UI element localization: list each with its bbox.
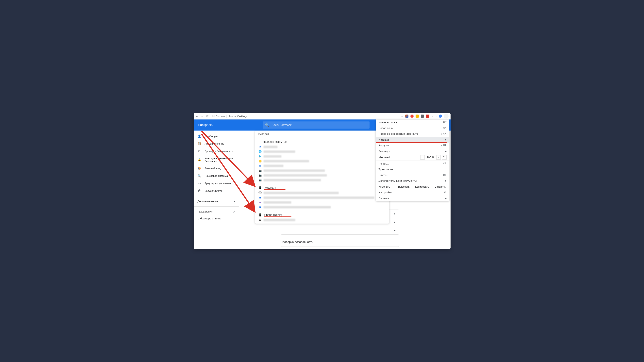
menu-history[interactable]: История▶ <box>376 137 449 143</box>
sidebar-item-search-engine[interactable]: 🔍Поисковая система <box>194 172 239 180</box>
globe-icon: 🌐 <box>258 150 262 153</box>
history-item[interactable]: 🐦 <box>255 154 389 159</box>
history-item[interactable]: ◈ <box>255 200 389 205</box>
external-link-icon: ⬀ <box>233 210 235 213</box>
sidebar-item-advanced[interactable]: Дополнительные▾ <box>194 198 239 205</box>
extension-2-icon[interactable] <box>410 114 414 118</box>
menu-zoom: Масштаб − 100 % + ⛶ <box>376 154 449 161</box>
chevron-right-icon: ▶ <box>394 213 396 215</box>
settings-search[interactable]: 🔍 <box>263 121 370 129</box>
menu-find[interactable]: Найти...⌘F <box>376 172 449 178</box>
zoom-out-button[interactable]: − <box>420 155 425 160</box>
sidebar-item-privacy[interactable]: 🔒Конфиденциальность и безопасность <box>194 155 239 165</box>
device-2-header: 📱iPhone (Denis) <box>255 212 389 218</box>
history-submenu: История ⌘Y ▢Недавно закрытые ⚗⇧⌘T 🌐 🐦 🟡 … <box>255 131 389 224</box>
history-item[interactable]: 🟡 <box>255 159 389 164</box>
history-item[interactable]: ⚗⇧⌘T <box>255 145 389 149</box>
search-input[interactable] <box>272 123 367 127</box>
menu-settings[interactable]: Настройки⌘, <box>376 190 449 195</box>
gear-icon: ⚙ <box>258 164 262 167</box>
menu-bookmarks[interactable]: Закладки▶ <box>376 148 449 154</box>
extension-3-icon[interactable] <box>416 114 419 118</box>
profile-avatar[interactable] <box>439 114 442 118</box>
chrome-main-menu: Новая вкладка⌘T Новое окно⌘N Новое окно … <box>376 119 449 201</box>
person-icon: 👤 <box>198 134 201 138</box>
search-engine-icon: 🔍 <box>198 174 201 178</box>
history-item[interactable]: 📷 <box>255 178 389 182</box>
recently-closed-header: ▢Недавно закрытые <box>255 139 389 145</box>
flask-icon: ⚗ <box>258 145 262 148</box>
search-icon: 🔍 <box>265 123 269 127</box>
sidebar-item-about[interactable]: О браузере Chrome <box>194 215 239 222</box>
menu-print[interactable]: Печать...⌘P <box>376 161 449 166</box>
history-item[interactable]: 📷 <box>255 168 389 173</box>
settings-card-row[interactable]: ▶ <box>281 226 399 234</box>
sidebar-item-autofill[interactable]: 📋Автозаполнение <box>194 140 239 148</box>
zoom-in-button[interactable]: + <box>436 155 441 160</box>
sidebar-item-default-browser[interactable]: ▭Браузер по умолчанию <box>194 180 239 187</box>
menu-new-window[interactable]: Новое окно⌘N <box>376 125 449 131</box>
phone-icon: 📱 <box>258 213 262 216</box>
browser-toolbar: ← → ⟳ ⓘ Chrome | chrome://settings ☆ ✦ ♪… <box>194 113 450 119</box>
media-icon[interactable]: ♪ <box>435 114 437 118</box>
menu-more-tools[interactable]: Дополнительные инструменты▶ <box>376 178 449 184</box>
history-item[interactable]: ▣ <box>255 195 389 200</box>
power-icon: ⏻ <box>198 189 201 193</box>
chevron-down-icon: ▾ <box>234 200 235 203</box>
history-item[interactable]: 🌐 <box>255 149 389 154</box>
chevron-right-icon: ▶ <box>445 138 446 141</box>
menu-cast[interactable]: Трансляция... <box>376 166 449 172</box>
history-item[interactable]: G <box>255 218 389 222</box>
menu-help[interactable]: Справка▶ <box>376 195 449 201</box>
history-submenu-header[interactable]: История ⌘Y <box>255 131 389 138</box>
assignment-icon: 📋 <box>198 142 201 146</box>
security-card: 🛡 Chrome поможет обеспечить защиту от ут… <box>280 246 399 249</box>
address-bar[interactable]: ⓘ Chrome | chrome://settings <box>212 114 248 118</box>
extension-1-icon[interactable] <box>405 114 408 118</box>
extensions-puzzle-icon[interactable]: ✦ <box>431 114 433 118</box>
chrome-icon: 🟡 <box>258 160 262 163</box>
history-item[interactable]: 💬 <box>255 191 389 195</box>
menu-edit-row: Изменить Вырезать Копировать Вставить <box>376 184 449 190</box>
browser-icon: ▭ <box>198 182 201 185</box>
menu-downloads[interactable]: Загрузки⌥⌘L <box>376 143 449 148</box>
star-icon[interactable]: ☆ <box>401 114 403 118</box>
history-item[interactable]: ▣ <box>255 205 389 210</box>
google-icon: G <box>258 218 262 222</box>
sidebar-item-extensions[interactable]: Расширения⬀ <box>194 208 239 215</box>
history-item[interactable]: 📷 <box>255 173 389 178</box>
extension-5-icon[interactable] <box>426 114 429 118</box>
zoom-value: 100 % <box>426 156 435 159</box>
extension-4-icon[interactable] <box>421 114 424 118</box>
browser-window: ← → ⟳ ⓘ Chrome | chrome://settings ☆ ✦ ♪… <box>194 113 450 249</box>
chevron-right-icon: ▶ <box>445 150 446 152</box>
phone-icon: 📱 <box>258 186 262 189</box>
sidebar-item-me-and-google[interactable]: 👤Я и Google <box>194 132 239 140</box>
menu-incognito[interactable]: Новое окно в режиме инкогнито⇧⌘N <box>376 131 449 137</box>
history-item[interactable]: ⚙ <box>255 164 389 168</box>
menu-copy[interactable]: Копировать <box>413 184 431 190</box>
menu-paste[interactable]: Вставить <box>431 184 449 190</box>
chrome-menu-button[interactable]: ⋮ <box>444 114 448 118</box>
back-icon[interactable]: ← <box>196 114 198 118</box>
sidebar-item-on-startup[interactable]: ⏻Запуск Chrome <box>194 187 239 195</box>
app-icon: ▣ <box>258 196 262 199</box>
chevron-right-icon: ▶ <box>394 221 396 223</box>
sidebar-item-safety-check[interactable]: 🛡Проверка безопасности <box>194 148 239 155</box>
chevron-right-icon: ▶ <box>445 197 446 199</box>
fullscreen-button[interactable]: ⛶ <box>442 155 446 160</box>
chevron-right-icon: ▶ <box>394 229 396 232</box>
palette-icon: 🎨 <box>198 167 201 170</box>
site-info-icon[interactable]: ⓘ <box>212 114 214 118</box>
tab-icon: ▢ <box>258 140 261 143</box>
sidebar-item-appearance[interactable]: 🎨Внешний вид <box>194 165 239 172</box>
security-check-section: Проверка безопасности 🛡 Chrome поможет о… <box>280 240 399 249</box>
menu-new-tab[interactable]: Новая вкладка⌘T <box>376 119 449 125</box>
addr-url: chrome://settings <box>228 115 248 118</box>
page-title: Настройки <box>198 123 214 127</box>
reload-icon[interactable]: ⟳ <box>206 114 209 118</box>
instagram-icon: 📷 <box>258 179 262 182</box>
instagram-icon: 📷 <box>258 169 262 172</box>
device-1-header: 📱RMX1931 <box>255 185 389 191</box>
menu-cut[interactable]: Вырезать <box>395 184 413 190</box>
